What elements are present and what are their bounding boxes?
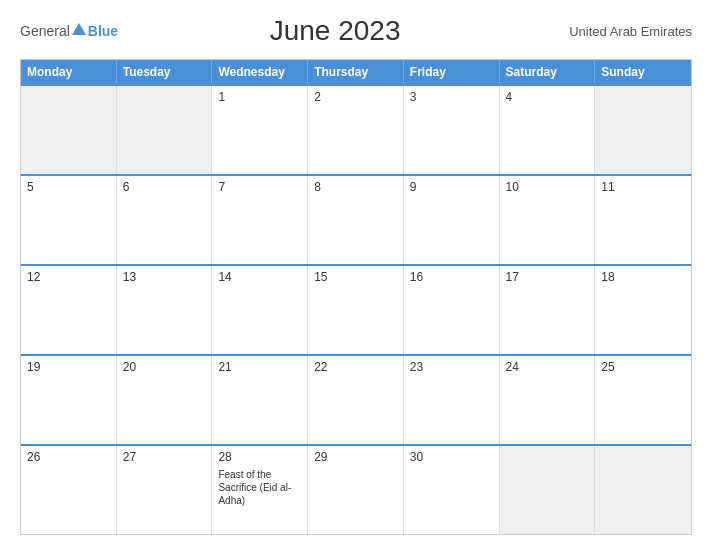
calendar-cell: 10 xyxy=(500,176,596,264)
calendar-body: 1234567891011121314151617181920212223242… xyxy=(21,84,691,534)
calendar-cell: 14 xyxy=(212,266,308,354)
calendar-header: MondayTuesdayWednesdayThursdayFridaySatu… xyxy=(21,60,691,84)
calendar-week: 1234 xyxy=(21,84,691,174)
day-number: 24 xyxy=(506,360,589,374)
day-number: 14 xyxy=(218,270,301,284)
calendar-cell: 17 xyxy=(500,266,596,354)
day-number: 25 xyxy=(601,360,685,374)
calendar-week: 262728Feast of the Sacrifice (Eid al-Adh… xyxy=(21,444,691,534)
calendar-cell xyxy=(595,86,691,174)
logo-general: General xyxy=(20,23,70,39)
calendar-cell: 30 xyxy=(404,446,500,534)
logo-triangle-icon xyxy=(72,23,86,35)
calendar-page: General Blue June 2023 United Arab Emira… xyxy=(0,0,712,550)
day-number: 12 xyxy=(27,270,110,284)
logo: General Blue xyxy=(20,23,118,39)
calendar-week: 567891011 xyxy=(21,174,691,264)
day-of-week-header: Wednesday xyxy=(212,60,308,84)
header: General Blue June 2023 United Arab Emira… xyxy=(20,15,692,47)
calendar-cell: 2 xyxy=(308,86,404,174)
calendar-cell: 12 xyxy=(21,266,117,354)
calendar-cell: 8 xyxy=(308,176,404,264)
day-number: 28 xyxy=(218,450,301,464)
day-number: 4 xyxy=(506,90,589,104)
day-number: 16 xyxy=(410,270,493,284)
calendar-cell: 19 xyxy=(21,356,117,444)
calendar-cell: 28Feast of the Sacrifice (Eid al-Adha) xyxy=(212,446,308,534)
day-number: 26 xyxy=(27,450,110,464)
country-label: United Arab Emirates xyxy=(552,24,692,39)
day-number: 30 xyxy=(410,450,493,464)
day-number: 5 xyxy=(27,180,110,194)
day-number: 22 xyxy=(314,360,397,374)
calendar-cell: 25 xyxy=(595,356,691,444)
day-number: 19 xyxy=(27,360,110,374)
day-number: 27 xyxy=(123,450,206,464)
day-event: Feast of the Sacrifice (Eid al-Adha) xyxy=(218,468,301,507)
day-number: 7 xyxy=(218,180,301,194)
day-of-week-header: Tuesday xyxy=(117,60,213,84)
day-number: 8 xyxy=(314,180,397,194)
calendar-cell: 7 xyxy=(212,176,308,264)
calendar-cell: 5 xyxy=(21,176,117,264)
page-title: June 2023 xyxy=(118,15,552,47)
day-of-week-header: Friday xyxy=(404,60,500,84)
logo-blue: Blue xyxy=(88,23,118,39)
calendar-cell: 20 xyxy=(117,356,213,444)
calendar-cell: 16 xyxy=(404,266,500,354)
day-number: 20 xyxy=(123,360,206,374)
calendar-cell: 3 xyxy=(404,86,500,174)
calendar-cell: 15 xyxy=(308,266,404,354)
calendar-cell: 6 xyxy=(117,176,213,264)
day-number: 1 xyxy=(218,90,301,104)
day-number: 23 xyxy=(410,360,493,374)
day-number: 10 xyxy=(506,180,589,194)
day-of-week-header: Monday xyxy=(21,60,117,84)
calendar-week: 12131415161718 xyxy=(21,264,691,354)
day-number: 2 xyxy=(314,90,397,104)
day-number: 6 xyxy=(123,180,206,194)
calendar-cell: 13 xyxy=(117,266,213,354)
calendar-cell: 26 xyxy=(21,446,117,534)
calendar-cell: 22 xyxy=(308,356,404,444)
calendar-cell: 23 xyxy=(404,356,500,444)
calendar-cell: 21 xyxy=(212,356,308,444)
calendar-cell: 4 xyxy=(500,86,596,174)
calendar-cell: 1 xyxy=(212,86,308,174)
day-number: 9 xyxy=(410,180,493,194)
day-number: 21 xyxy=(218,360,301,374)
day-of-week-header: Saturday xyxy=(500,60,596,84)
calendar-cell: 18 xyxy=(595,266,691,354)
day-number: 18 xyxy=(601,270,685,284)
calendar-cell: 29 xyxy=(308,446,404,534)
calendar-week: 19202122232425 xyxy=(21,354,691,444)
calendar: MondayTuesdayWednesdayThursdayFridaySatu… xyxy=(20,59,692,535)
day-of-week-header: Sunday xyxy=(595,60,691,84)
day-of-week-header: Thursday xyxy=(308,60,404,84)
calendar-cell xyxy=(595,446,691,534)
calendar-cell xyxy=(117,86,213,174)
day-number: 13 xyxy=(123,270,206,284)
day-number: 3 xyxy=(410,90,493,104)
calendar-cell: 27 xyxy=(117,446,213,534)
calendar-cell: 11 xyxy=(595,176,691,264)
calendar-cell xyxy=(21,86,117,174)
calendar-cell: 9 xyxy=(404,176,500,264)
day-number: 17 xyxy=(506,270,589,284)
day-number: 15 xyxy=(314,270,397,284)
calendar-cell: 24 xyxy=(500,356,596,444)
calendar-cell xyxy=(500,446,596,534)
day-number: 11 xyxy=(601,180,685,194)
day-number: 29 xyxy=(314,450,397,464)
